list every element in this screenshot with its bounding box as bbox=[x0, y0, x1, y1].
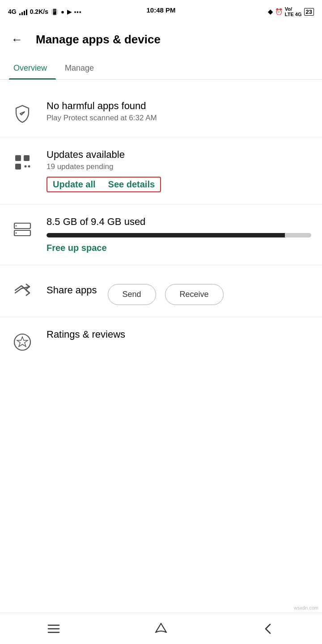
ratings-section: Ratings & reviews bbox=[0, 321, 322, 362]
svg-marker-15 bbox=[17, 337, 28, 347]
divider-2 bbox=[0, 204, 322, 204]
share-apps-section: Share apps Send Receive bbox=[0, 269, 322, 313]
play-protect-section: No harmful apps found Play Protect scann… bbox=[0, 92, 322, 133]
update-all-button[interactable]: Update all bbox=[53, 179, 96, 190]
svg-rect-3 bbox=[15, 164, 21, 169]
divider-3 bbox=[0, 265, 322, 265]
storage-icon bbox=[11, 218, 34, 241]
updates-subtitle: 19 updates pending bbox=[47, 162, 311, 171]
status-bar: 4G 0.2K/s 📳 ● ▶ ••• 10:48 PM ◆ ⏰ Vo/LTE … bbox=[0, 0, 322, 23]
storage-bar-fill bbox=[47, 233, 285, 237]
tab-bar: Overview Manage bbox=[0, 55, 322, 80]
receive-button[interactable]: Receive bbox=[165, 284, 224, 305]
updates-body: Updates available 19 updates pending Upd… bbox=[47, 149, 311, 192]
updates-actions-box: Update all See details bbox=[47, 177, 161, 192]
storage-bar bbox=[47, 233, 311, 237]
share-apps-icon bbox=[11, 279, 34, 302]
share-apps-body: Share apps Send Receive bbox=[47, 277, 311, 305]
signal-icon bbox=[19, 8, 27, 15]
whatsapp-icon: ● bbox=[61, 8, 64, 15]
ratings-body: Ratings & reviews bbox=[47, 329, 311, 342]
nav-menu-button[interactable] bbox=[40, 615, 67, 642]
updates-section: Updates available 19 updates pending Upd… bbox=[0, 141, 322, 200]
back-arrow-icon: ← bbox=[11, 34, 23, 45]
divider-4 bbox=[0, 317, 322, 317]
vibrate-icon: 📳 bbox=[51, 8, 58, 15]
watermark: wsxdn.com bbox=[294, 605, 318, 610]
storage-section: 8.5 GB of 9.4 GB used Free up space bbox=[0, 208, 322, 261]
app-bar: ← Manage apps & device bbox=[0, 23, 322, 55]
updates-icon bbox=[11, 151, 34, 174]
play-protect-subtitle: Play Protect scanned at 6:32 AM bbox=[47, 114, 311, 123]
divider-1 bbox=[0, 137, 322, 137]
lte-icon: Vo/LTE 4G bbox=[285, 6, 302, 17]
updates-title: Updates available bbox=[47, 149, 311, 161]
battery-icon: 23 bbox=[304, 8, 314, 16]
svg-marker-0 bbox=[20, 112, 25, 115]
free-up-space-button[interactable]: Free up space bbox=[47, 243, 107, 253]
share-apps-actions: Send Receive bbox=[108, 284, 224, 305]
page-title: Manage apps & device bbox=[36, 33, 161, 47]
ratings-icon bbox=[11, 330, 34, 354]
tab-overview[interactable]: Overview bbox=[9, 55, 56, 79]
svg-point-4 bbox=[25, 165, 27, 168]
bluetooth-icon: ◆ bbox=[268, 8, 273, 15]
nav-home-button[interactable] bbox=[148, 615, 174, 642]
play-protect-body: No harmful apps found Play Protect scann… bbox=[47, 100, 311, 123]
alarm-icon: ⏰ bbox=[275, 8, 283, 15]
battery-level: 23 bbox=[306, 8, 312, 15]
tab-manage[interactable]: Manage bbox=[60, 55, 103, 79]
content-area: No harmful apps found Play Protect scann… bbox=[0, 80, 322, 374]
speed-label: 0.2K/s bbox=[30, 8, 48, 15]
play-protect-title: No harmful apps found bbox=[47, 100, 311, 112]
status-time: 10:48 PM bbox=[146, 6, 175, 14]
storage-body: 8.5 GB of 9.4 GB used Free up space bbox=[47, 216, 311, 253]
storage-title: 8.5 GB of 9.4 GB used bbox=[47, 216, 311, 228]
svg-point-5 bbox=[28, 165, 30, 168]
nav-back-button[interactable] bbox=[255, 615, 282, 642]
svg-rect-1 bbox=[15, 155, 21, 161]
back-button[interactable]: ← bbox=[9, 31, 25, 47]
bottom-nav bbox=[0, 613, 322, 644]
more-icon: ••• bbox=[74, 8, 82, 15]
play-protect-icon bbox=[11, 102, 34, 125]
svg-rect-2 bbox=[24, 155, 30, 161]
see-details-button[interactable]: See details bbox=[108, 179, 155, 190]
share-apps-title: Share apps bbox=[47, 284, 97, 296]
youtube-icon: ▶ bbox=[67, 8, 72, 15]
status-left: 4G 0.2K/s 📳 ● ▶ ••• bbox=[8, 8, 81, 15]
carrier-label: 4G bbox=[8, 8, 17, 15]
status-right: ◆ ⏰ Vo/LTE 4G 23 bbox=[268, 6, 314, 17]
send-button[interactable]: Send bbox=[108, 284, 156, 305]
ratings-title: Ratings & reviews bbox=[47, 329, 311, 340]
